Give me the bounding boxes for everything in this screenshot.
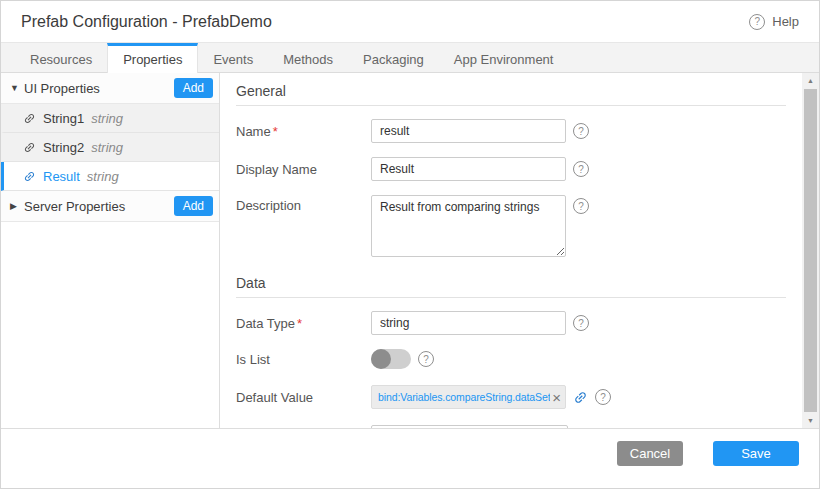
is-list-help-icon[interactable]: ? (418, 351, 434, 367)
vertical-scrollbar[interactable]: ▲ ▼ (802, 73, 819, 428)
sidebar-item-result[interactable]: Result string (1, 162, 219, 191)
property-name: String1 (43, 111, 84, 126)
description-textarea[interactable]: Result from comparing strings (371, 195, 566, 257)
default-value-help-icon[interactable]: ? (595, 389, 611, 405)
name-help-icon[interactable]: ? (573, 123, 589, 139)
display-name-label: Display Name (236, 162, 371, 177)
toggle-knob (371, 349, 391, 369)
help-label: Help (772, 14, 799, 29)
data-type-label: Data Type* (236, 316, 371, 331)
data-type-input[interactable] (371, 311, 566, 335)
section-heading-general: General (236, 83, 786, 106)
form-row-name: Name* ? (236, 119, 786, 143)
display-name-help-icon[interactable]: ? (573, 161, 589, 177)
tab-events[interactable]: Events (198, 43, 268, 72)
form-row-is-list: Is List ? (236, 349, 786, 369)
ui-properties-group[interactable]: ▼ UI Properties Add (1, 73, 219, 104)
property-type: string (91, 111, 123, 126)
link-icon (23, 141, 36, 154)
form-row-display-name: Display Name ? (236, 157, 786, 181)
server-properties-label: Server Properties (24, 199, 125, 214)
sidebar-item-string2[interactable]: String2 string (1, 133, 219, 162)
prefab-configuration-dialog: Prefab Configuration - PrefabDemo ? Help… (0, 0, 820, 489)
clear-bind-icon[interactable]: × (550, 389, 563, 406)
tab-properties[interactable]: Properties (107, 43, 198, 73)
default-value-bind-field[interactable]: bind:Variables.compareString.dataSet... … (371, 385, 566, 409)
help-button[interactable]: ? Help (749, 14, 799, 30)
display-name-input[interactable] (371, 157, 566, 181)
required-marker: * (273, 124, 278, 139)
form-row-data-type: Data Type* ? (236, 311, 786, 335)
description-label: Description (236, 195, 371, 213)
dialog-header: Prefab Configuration - PrefabDemo ? Help (1, 1, 819, 43)
default-value-label: Default Value (236, 390, 371, 405)
name-label: Name* (236, 124, 371, 139)
property-name: Result (43, 169, 80, 184)
dialog-title: Prefab Configuration - PrefabDemo (21, 13, 272, 31)
tab-bar: Resources Properties Events Methods Pack… (1, 43, 819, 73)
is-list-label: Is List (236, 352, 371, 367)
property-type: string (91, 140, 123, 155)
tab-resources[interactable]: Resources (15, 43, 107, 72)
required-marker: * (297, 316, 302, 331)
is-list-toggle[interactable] (371, 349, 411, 369)
property-type: string (87, 169, 119, 184)
dialog-body: ▼ UI Properties Add String1 string Strin… (1, 73, 819, 428)
bind-link-icon[interactable] (573, 390, 588, 405)
sidebar-item-string1[interactable]: String1 string (1, 104, 219, 133)
form-row-default-value: Default Value bind:Variables.compareStri… (236, 385, 786, 409)
binding-type-select[interactable]: out-bound ▼ (371, 425, 568, 428)
caret-down-icon[interactable]: ▼ (10, 83, 24, 93)
form-row-binding-type: Binding Type out-bound ▼ ? (236, 425, 786, 428)
tab-app-environment[interactable]: App Environment (439, 43, 569, 72)
description-help-icon[interactable]: ? (573, 198, 589, 214)
cancel-button[interactable]: Cancel (617, 441, 683, 466)
save-button[interactable]: Save (713, 441, 799, 466)
property-form: General Name* ? Display Name ? Descripti… (220, 73, 802, 428)
name-input[interactable] (371, 119, 566, 143)
property-name: String2 (43, 140, 84, 155)
dialog-footer: Cancel Save (1, 428, 819, 488)
link-icon (23, 112, 36, 125)
help-icon: ? (749, 14, 765, 30)
bind-expression: bind:Variables.compareString.dataSet... (378, 391, 550, 403)
tab-packaging[interactable]: Packaging (348, 43, 439, 72)
tab-methods[interactable]: Methods (268, 43, 348, 72)
scrollbar-thumb[interactable] (804, 89, 817, 412)
caret-right-icon[interactable]: ▶ (10, 201, 24, 211)
form-row-description: Description Result from comparing string… (236, 195, 786, 257)
link-icon (23, 170, 36, 183)
properties-sidebar: ▼ UI Properties Add String1 string Strin… (1, 73, 220, 428)
data-type-help-icon[interactable]: ? (573, 315, 589, 331)
add-ui-property-button[interactable]: Add (174, 78, 213, 98)
section-heading-data: Data (236, 275, 786, 298)
scroll-down-icon[interactable]: ▼ (802, 413, 819, 428)
add-server-property-button[interactable]: Add (174, 196, 213, 216)
ui-properties-label: UI Properties (24, 81, 100, 96)
scroll-up-icon[interactable]: ▲ (802, 73, 819, 88)
server-properties-group[interactable]: ▶ Server Properties Add (1, 191, 219, 222)
